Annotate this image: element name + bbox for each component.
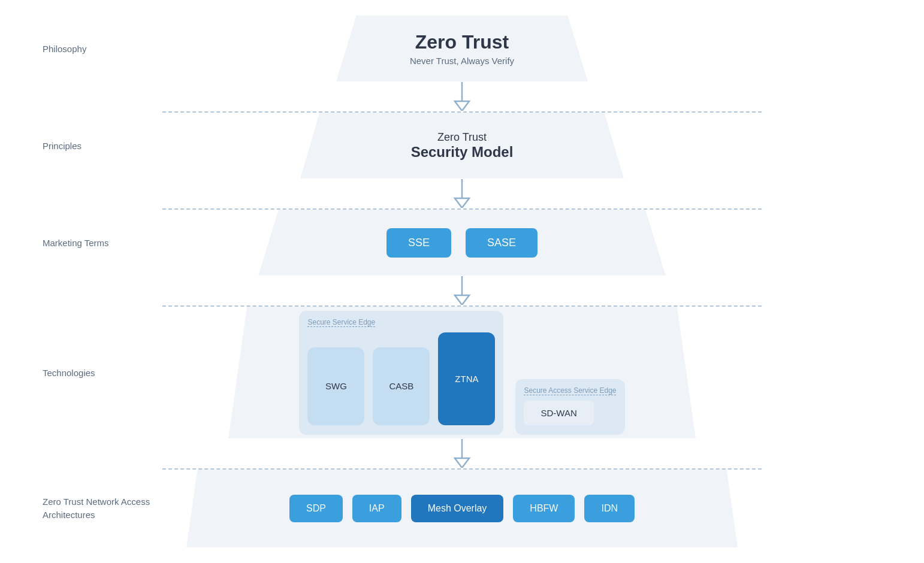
marketing-shape-outer: SSE SASE [162,210,762,276]
sse-group: Secure Service Edge SWG CASB ZTNA [299,311,503,435]
arrow2 [450,178,474,208]
principles-title-bold: Security Model [411,144,514,161]
ztna-card: ZTNA [438,332,495,425]
casb-card: CASB [373,347,430,425]
swg-card: SWG [307,347,364,425]
arrow1-svg [450,82,474,111]
arrow2-svg [450,179,474,208]
svg-marker-3 [455,439,469,468]
philosophy-row: Philosophy Zero Trust Never Trust, Alway… [43,0,881,81]
sdp-button[interactable]: SDP [289,495,343,522]
hbfw-button[interactable]: HBFW [513,495,575,522]
tech-groups: Secure Service Edge SWG CASB ZTNA [299,311,624,435]
technologies-row: Technologies Secure Service Edge SWG [43,307,881,438]
marketing-row: Marketing Terms SSE SASE [43,210,881,276]
sase-group: Secure Access Service Edge SD-WAN [515,379,624,435]
arrow3 [450,276,474,305]
philosophy-title-bold: Zero Trust [415,31,509,53]
technologies-shape: Secure Service Edge SWG CASB ZTNA [228,307,696,438]
principles-row: Principles Zero Trust Security Model [43,113,881,178]
mesh-overlay-button[interactable]: Mesh Overlay [411,495,504,522]
sse-button[interactable]: SSE [386,228,451,258]
principles-shape: Zero Trust Security Model [300,113,624,178]
sse-section-label: Secure Service Edge [307,318,375,326]
arrow4-svg [450,439,474,468]
architectures-row: Zero Trust Network Access Architectures … [43,470,881,563]
technologies-label: Technologies [43,367,162,379]
architectures-shape-outer: SDP IAP Mesh Overlay HBFW IDN [162,470,762,547]
philosophy-shape-outer: Zero Trust Never Trust, Always Verify [162,16,762,81]
arrow1 [450,81,474,111]
arrow3-svg [450,276,474,305]
idn-button[interactable]: IDN [584,495,635,522]
arrow4 [450,438,474,468]
diagram-wrapper: Philosophy Zero Trust Never Trust, Alway… [43,0,881,563]
svg-marker-0 [455,82,469,111]
sse-cards-row: SWG CASB ZTNA [307,332,495,425]
page-container: Philosophy Zero Trust Never Trust, Alway… [0,0,924,563]
iap-button[interactable]: IAP [352,495,401,522]
svg-marker-1 [455,179,469,208]
arrow4-row [43,438,881,470]
sdwan-card: SD-WAN [524,401,593,425]
arrow3-row [43,276,881,307]
technologies-shape-outer: Secure Service Edge SWG CASB ZTNA [162,307,762,438]
philosophy-title-sub: Never Trust, Always Verify [410,56,514,66]
architectures-shape: SDP IAP Mesh Overlay HBFW IDN [186,470,738,547]
architectures-label: Zero Trust Network Access Architectures [43,495,162,522]
marketing-label: Marketing Terms [43,237,162,249]
marketing-shape: SSE SASE [258,210,666,276]
principles-title-normal: Zero Trust [437,131,487,144]
svg-marker-2 [455,276,469,305]
philosophy-shape: Zero Trust Never Trust, Always Verify [336,16,588,81]
principles-label: Principles [43,140,162,152]
sase-section-label: Secure Access Service Edge [524,386,616,395]
sase-button[interactable]: SASE [466,228,538,258]
arrow2-row [43,178,881,210]
philosophy-label: Philosophy [43,43,162,55]
principles-shape-outer: Zero Trust Security Model [162,113,762,178]
arrow1-row [43,81,881,113]
